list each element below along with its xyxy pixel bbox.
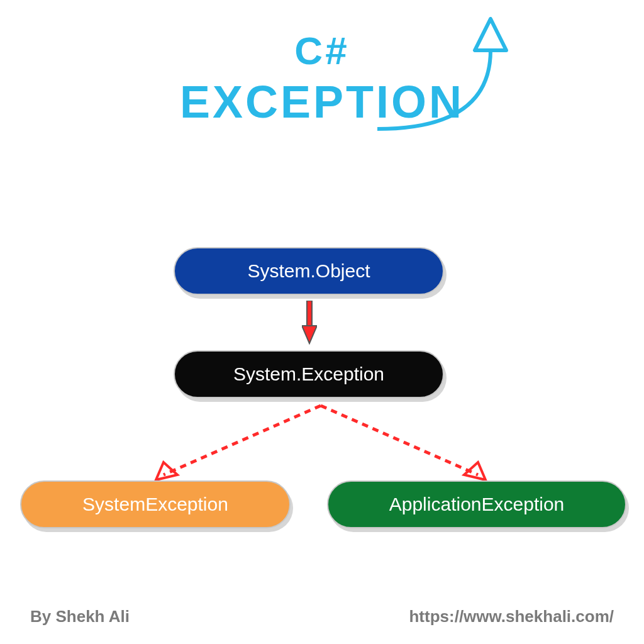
title-line2: EXCEPTION: [0, 79, 644, 125]
svg-line-5: [321, 406, 478, 475]
node-label: System.Exception: [233, 364, 384, 385]
svg-marker-2: [302, 326, 317, 343]
dashed-arrows-icon: [138, 399, 503, 487]
svg-line-3: [164, 406, 321, 475]
curved-arrow-icon: [358, 13, 522, 138]
svg-marker-0: [475, 19, 506, 50]
node-systemexception: SystemException: [20, 480, 291, 528]
node-label: System.Object: [247, 260, 370, 282]
arrow-down-icon: [302, 301, 317, 345]
node-label: SystemException: [82, 494, 228, 515]
title-group: C# EXCEPTION: [0, 31, 644, 125]
svg-rect-1: [307, 301, 312, 327]
footer-url: https://www.shekhali.com/: [409, 607, 614, 626]
title-line1: C#: [0, 31, 644, 70]
node-label: ApplicationException: [389, 494, 565, 515]
footer-author: By Shekh Ali: [30, 607, 130, 626]
svg-marker-6: [464, 462, 486, 480]
node-applicationexception: ApplicationException: [327, 480, 626, 528]
node-system-exception: System.Exception: [174, 350, 444, 398]
node-system-object: System.Object: [174, 247, 444, 295]
svg-marker-4: [156, 462, 177, 480]
